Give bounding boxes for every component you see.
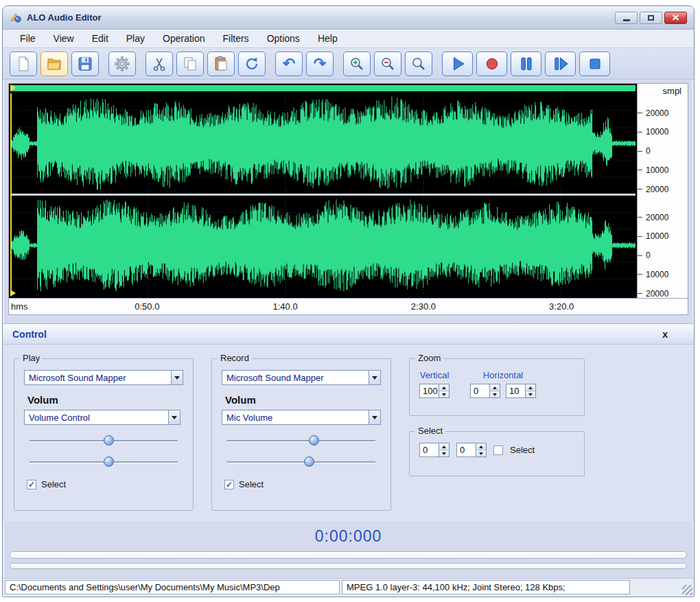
play-device-combobox[interactable]: Microsoft Sound Mapper [24,370,183,385]
record-button[interactable] [476,51,507,76]
chevron-down-icon[interactable] [171,371,183,384]
zoom-out-button[interactable] [374,51,401,76]
spinner-down-button[interactable] [526,391,535,397]
tick-mark [638,189,642,189]
record-select-checkbox[interactable]: ✓ [224,480,234,489]
menu-item-filters[interactable]: Filters [215,31,257,46]
record-volume-value: Mic Volume [222,413,369,423]
zoom-in-button[interactable] [343,51,371,76]
menu-item-options[interactable]: Options [259,31,307,46]
waveform-display[interactable] [9,84,637,298]
slider-thumb[interactable] [104,456,114,467]
step-forward-button[interactable] [545,51,576,76]
cut-button[interactable] [145,51,173,76]
spinner-down-button[interactable] [476,450,486,456]
play-button[interactable] [442,51,473,76]
save-button[interactable] [71,51,99,76]
menu-item-file[interactable]: File [12,31,43,46]
paste-button[interactable] [207,51,235,76]
play-select-checkbox[interactable]: ✓ [27,480,36,489]
play-volume-combobox[interactable]: Volume Control [24,410,180,425]
slider-track[interactable] [227,440,375,441]
zoom-vertical-spinner[interactable]: 100 [419,384,450,398]
chevron-down-icon[interactable] [369,410,380,424]
playhead-marker-bottom[interactable] [10,290,16,297]
menu-item-play[interactable]: Play [119,31,152,46]
open-folder-icon [46,56,62,72]
refresh-icon [244,56,260,72]
minimize-button[interactable] [615,12,638,24]
control-panel-body: Play Microsoft Sound Mapper Volum Volume… [3,345,694,522]
resize-grip[interactable] [682,585,692,595]
refresh-button[interactable] [238,51,266,76]
undo-button[interactable]: ↶ [275,51,303,76]
copy-button[interactable] [176,51,204,76]
spinner-up-button[interactable] [439,384,449,391]
toolbar: ↶ ↷ [3,48,694,80]
slider-thumb[interactable] [104,435,114,445]
playhead-cursor[interactable] [10,93,12,295]
record-volume-combobox[interactable]: Mic Volume [222,410,381,425]
menu-item-help[interactable]: Help [310,31,345,46]
menu-item-operation[interactable]: Operation [155,31,212,46]
zoom-button[interactable] [405,51,432,76]
chevron-down-icon[interactable] [168,410,180,424]
slider-track[interactable] [227,461,375,463]
tick-label: 10000 [646,127,668,137]
app-icon [10,12,22,24]
time-axis-unit-label: hms [11,301,28,312]
new-button[interactable] [10,51,37,76]
spinner-down-button[interactable] [439,391,449,397]
maximize-icon [648,15,654,21]
playhead-marker-top[interactable] [10,84,16,91]
seek-bar-2[interactable] [10,563,687,569]
redo-button[interactable]: ↷ [306,51,334,76]
record-device-combobox[interactable]: Microsoft Sound Mapper [222,370,381,385]
record-volume-slider-1[interactable] [227,435,375,446]
tick-mark [638,132,642,132]
record-device-value: Microsoft Sound Mapper [222,373,369,383]
overview-bar[interactable] [10,85,635,91]
close-button[interactable] [664,12,687,24]
settings-button[interactable] [108,51,136,76]
slider-thumb[interactable] [304,456,314,467]
open-button[interactable] [40,51,68,76]
menu-item-edit[interactable]: Edit [84,31,116,46]
toolbar-group-zoom [343,51,432,76]
spinner-down-button[interactable] [439,450,449,456]
spinner-down-button[interactable] [490,391,500,397]
close-icon [672,14,679,21]
spinner-up-button[interactable] [439,443,449,450]
ruler-channel-2: 20000 10000 0 10000 20000 [638,213,685,298]
zoom-horizontal-spinner-2[interactable]: 10 [506,384,536,398]
title-bar[interactable]: ALO Audio Editor [3,6,694,30]
copy-icon [182,56,198,72]
spinner-up-button[interactable] [490,384,500,391]
zoom-horizontal-spinner-1[interactable]: 0 [470,384,500,398]
play-volume-slider-2[interactable] [30,456,178,467]
maximize-button[interactable] [640,12,662,24]
zoom-horizontal-value-2: 10 [506,384,525,397]
chevron-down-icon[interactable] [369,371,380,384]
tick-mark [638,217,642,218]
time-tick: 3:20.0 [549,301,574,312]
menu-item-view[interactable]: View [46,31,82,46]
select-range-checkbox[interactable] [493,445,503,455]
spinner-up-button[interactable] [526,384,535,391]
menu-bar: File View Edit Play Operation Filters Op… [3,30,694,48]
stop-button[interactable] [579,51,610,76]
control-panel-close-button[interactable]: x [658,329,672,340]
waveform-panel: smpl 20000 10000 0 10000 20000 20000 100… [8,83,688,315]
waveform-channel-2-canvas[interactable] [10,196,635,296]
control-panel: Control x Play Microsoft Sound Mapper Vo… [3,323,694,522]
select-end-spinner[interactable]: 0 [456,443,487,457]
tick-mark [638,151,642,152]
spinner-up-button[interactable] [476,443,486,450]
seek-bar-1[interactable] [10,551,687,559]
select-start-spinner[interactable]: 0 [419,443,450,457]
waveform-channel-1-canvas[interactable] [10,93,635,194]
pause-button[interactable] [511,51,541,76]
slider-thumb[interactable] [309,435,319,445]
play-volume-slider-1[interactable] [30,435,178,446]
record-volume-slider-2[interactable] [227,456,375,467]
